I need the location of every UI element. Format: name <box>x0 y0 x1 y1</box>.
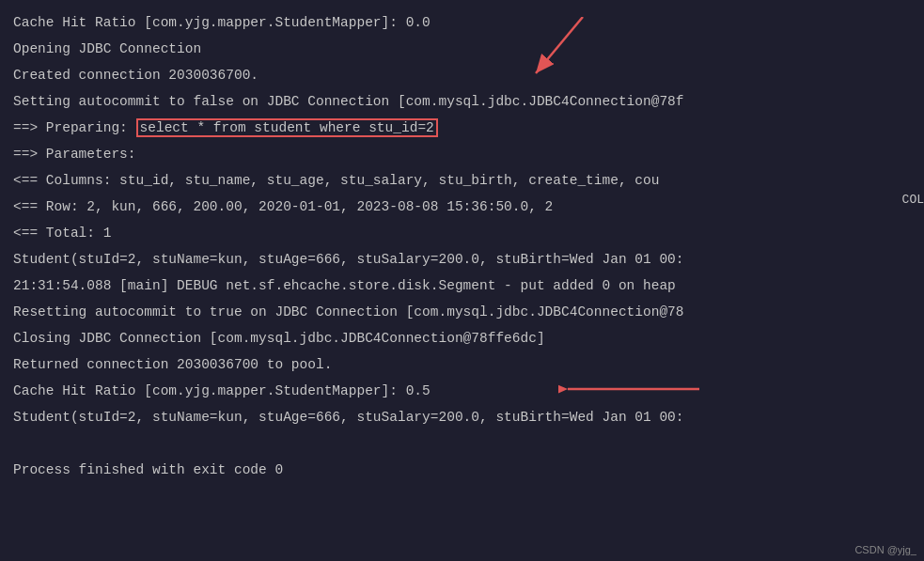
empty-line <box>13 430 911 457</box>
log-line-16: Student(stuId=2, stuName=kun, stuAge=666… <box>13 404 911 430</box>
log-line-14: Returned connection 2030036700 to pool. <box>13 351 911 378</box>
log-line-9: <== Total: 1 <box>13 220 911 246</box>
sql-query-highlight: select * from student where stu_id=2 <box>136 118 438 137</box>
log-line-12: Resetting autocommit to true on JDBC Con… <box>13 299 911 325</box>
log-line-process-finished: Process finished with exit code 0 <box>13 457 911 483</box>
log-line-4: Setting autocommit to false on JDBC Conn… <box>13 88 911 115</box>
log-line-3: Created connection 2030036700. <box>13 62 911 88</box>
log-line-13: Closing JDBC Connection [com.mysql.jdbc.… <box>13 325 911 351</box>
terminal-window: Cache Hit Ratio [com.yjg.mapper.StudentM… <box>0 0 924 561</box>
arrow-right-icon <box>558 378 709 404</box>
log-line-1: Cache Hit Ratio [com.yjg.mapper.StudentM… <box>13 9 911 36</box>
log-line-2: Opening JDBC Connection <box>13 36 911 62</box>
log-line-15: Cache Hit Ratio [com.yjg.mapper.StudentM… <box>13 378 911 404</box>
preparing-prefix: ==> Preparing: <box>13 120 136 135</box>
log-line-5-preparing: ==> Preparing: select * from student whe… <box>13 115 911 141</box>
log-line-6: ==> Parameters: <box>13 141 911 167</box>
log-line-7: <== Columns: stu_id, stu_name, stu_age, … <box>13 167 911 194</box>
log-line-8: <== Row: 2, kun, 666, 200.00, 2020-01-01… <box>13 194 911 220</box>
watermark: CSDN @yjg_ <box>854 544 916 555</box>
log-line-11: 21:31:54.088 [main] DEBUG net.sf.ehcache… <box>13 273 911 299</box>
log-line-10: Student(stuId=2, stuName=kun, stuAge=666… <box>13 246 911 273</box>
